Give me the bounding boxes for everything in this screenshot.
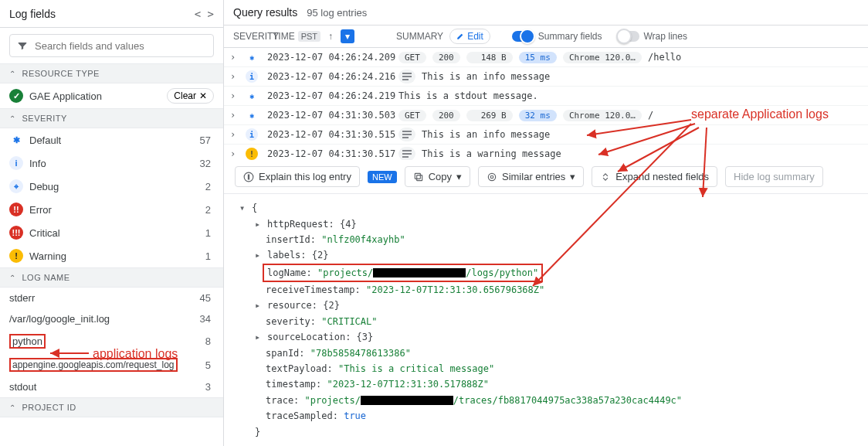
timestamp: 2023-12-07 04:26:24.209 [267, 52, 398, 63]
expand-icon[interactable]: › [230, 129, 246, 140]
col-time[interactable]: TIME PST ↑ ▾ [273, 29, 396, 43]
size-pill: 269 B [466, 110, 513, 121]
summary: This is an info message [398, 70, 862, 83]
timestamp: 2023-12-07 04:31:30.517 [267, 148, 398, 159]
section-log-name[interactable]: ⌃ LOG NAME [0, 267, 223, 288]
log-row[interactable]: ›i2023-12-07 04:31:30.515This is an info… [224, 125, 868, 145]
status-pill: 200 [432, 52, 460, 63]
logname-python[interactable]: python 8 [0, 329, 223, 353]
warning-icon: ! [9, 249, 23, 263]
timestamp: 2023-12-07 04:26:24.219 [267, 90, 398, 101]
section-severity[interactable]: ⌃ SEVERITY [0, 108, 223, 128]
collapse-icon[interactable]: ▾ [239, 200, 247, 216]
log-rows: ›✱2023-12-07 04:26:24.209GET200148 B15 m… [224, 48, 868, 160]
edit-button[interactable]: Edit [449, 29, 490, 44]
expand-icon[interactable]: › [230, 110, 246, 121]
svg-point-2 [488, 173, 495, 180]
timezone-badge[interactable]: PST [298, 31, 320, 42]
expand-icon[interactable]: › [230, 148, 246, 159]
log-row[interactable]: ›i2023-12-07 04:26:24.216This is an info… [224, 67, 868, 87]
summary: This is a stdout message. [398, 90, 862, 101]
clear-button[interactable]: Clear✕ [167, 88, 214, 104]
severity-info[interactable]: iInfo 32 [0, 152, 223, 175]
expand-nested-button[interactable]: Expand nested fields [592, 166, 717, 187]
sort-dropdown-icon[interactable]: ▾ [341, 29, 354, 43]
log-row[interactable]: ›✱2023-12-07 04:26:24.219This is a stdou… [224, 87, 868, 106]
default-icon: ✱ [246, 90, 258, 102]
new-badge: NEW [368, 171, 397, 183]
expand-icon[interactable]: › [230, 71, 246, 82]
expand-icon[interactable]: ▸ [255, 298, 263, 313]
entry-count: 95 log entries [307, 7, 367, 19]
warning-icon: ! [246, 148, 258, 160]
col-summary: SUMMARY [396, 31, 443, 42]
critical-icon: !!! [9, 226, 23, 240]
severity-debug[interactable]: ⌖Debug 2 [0, 175, 223, 198]
chevron-up-icon: ⌃ [9, 403, 16, 412]
copy-button[interactable]: Copy ▾ [405, 166, 470, 187]
summary: This is a warning message [398, 147, 862, 160]
section-project-id[interactable]: ⌃ PROJECT ID [0, 397, 223, 417]
chevron-down-icon: ▾ [570, 171, 575, 182]
columns-header: SEVERITY TIME PST ↑ ▾ SUMMARY Edit Summa… [224, 26, 868, 48]
info-icon: i [9, 156, 23, 170]
path: / [648, 110, 653, 121]
expand-icon[interactable]: › [230, 90, 246, 101]
chevron-up-icon: ⌃ [9, 114, 16, 123]
close-icon: ✕ [199, 90, 207, 101]
log-row[interactable]: ›✱2023-12-07 04:31:30.503GET200269 B32 m… [224, 106, 868, 125]
summary: GET200148 B15 msChrome 120.0…/hello [398, 52, 862, 63]
debug-icon: ⌖ [9, 179, 23, 193]
severity-critical[interactable]: !!!Critical 1 [0, 221, 223, 244]
logname-stderr[interactable]: stderr 45 [0, 288, 223, 308]
svg-rect-0 [416, 175, 422, 180]
search-input[interactable] [9, 34, 214, 57]
query-results-panel: Query results 95 log entries SEVERITY TI… [224, 0, 868, 446]
resource-type-row[interactable]: ✓ GAE Application Clear✕ [0, 83, 223, 108]
expand-icon[interactable]: › [230, 52, 246, 63]
logname-stdout[interactable]: stdout 3 [0, 376, 223, 397]
explain-button[interactable]: Explain this log entry [235, 166, 360, 187]
wrap-lines-toggle[interactable]: Wrap lines [618, 31, 687, 42]
expand-icon[interactable]: ▸ [255, 216, 263, 232]
action-bar: Explain this log entry NEW Copy ▾ Simila… [224, 160, 868, 194]
json-view: ▾{ ▸httpRequest: {4} insertId: "nlfz00f4… [224, 194, 868, 446]
sort-asc-icon[interactable]: ↑ [324, 29, 337, 43]
method-pill: GET [398, 52, 426, 63]
expand-icon[interactable]: ▸ [255, 329, 263, 345]
timestamp: 2023-12-07 04:31:30.503 [267, 110, 398, 121]
log-fields-sidebar: Log fields < > ⌃ RESOURCE TYPE ✓ GAE App… [0, 0, 224, 446]
search-field[interactable] [35, 40, 207, 52]
logname-google-init[interactable]: /var/log/google_init.log 34 [0, 308, 223, 329]
text-icon [398, 128, 415, 141]
filter-icon [16, 39, 29, 52]
hide-log-summary-button[interactable]: Hide log summary [725, 166, 823, 187]
size-pill: 148 B [466, 52, 513, 63]
col-severity[interactable]: SEVERITY [230, 31, 273, 42]
log-row[interactable]: ›!2023-12-07 04:31:30.517This is a warni… [224, 145, 868, 160]
default-icon: ✱ [9, 133, 23, 147]
info-icon: i [246, 70, 258, 83]
chevron-down-icon: ▾ [456, 171, 462, 182]
summary: This is an info message [398, 128, 862, 141]
status-pill: 200 [432, 110, 460, 121]
logname-request-log[interactable]: appengine.googleapis.com/request_log 5 [0, 353, 223, 376]
similar-entries-button[interactable]: Similar entries ▾ [478, 166, 584, 187]
toggle-code-icon[interactable]: < > [195, 8, 214, 20]
severity-error[interactable]: !!Error 2 [0, 198, 223, 221]
summary-fields-toggle[interactable]: Summary fields [512, 31, 602, 42]
severity-warning[interactable]: !Warning 1 [0, 244, 223, 267]
default-icon: ✱ [246, 51, 258, 63]
message-text: This is an info message [422, 71, 550, 82]
default-icon: ✱ [246, 109, 258, 121]
check-icon: ✓ [9, 89, 23, 103]
expand-icon[interactable]: ▸ [255, 247, 263, 263]
error-icon: !! [9, 203, 23, 216]
message-text: This is a warning message [422, 148, 561, 159]
severity-default[interactable]: ✱Default 57 [0, 128, 223, 152]
section-resource-type[interactable]: ⌃ RESOURCE TYPE [0, 63, 223, 83]
timestamp: 2023-12-07 04:31:30.515 [267, 129, 398, 140]
path: /hello [648, 52, 681, 63]
log-row[interactable]: ›✱2023-12-07 04:26:24.209GET200148 B15 m… [224, 48, 868, 67]
logname-highlight: logName: "projects//logs/python" [263, 264, 543, 282]
